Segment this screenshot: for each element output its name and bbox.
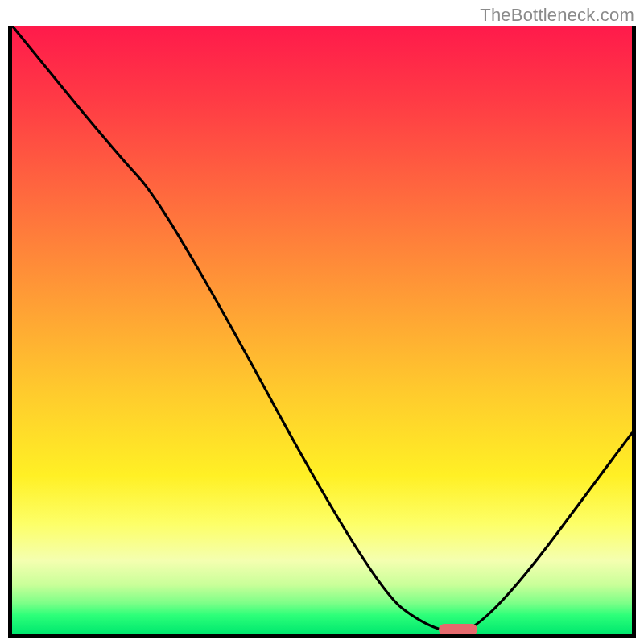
watermark-text: TheBottleneck.com (480, 5, 634, 26)
optimal-marker (439, 624, 477, 635)
bottleneck-curve (12, 26, 632, 634)
bottleneck-curve-path (12, 26, 632, 632)
chart-frame (8, 26, 636, 638)
